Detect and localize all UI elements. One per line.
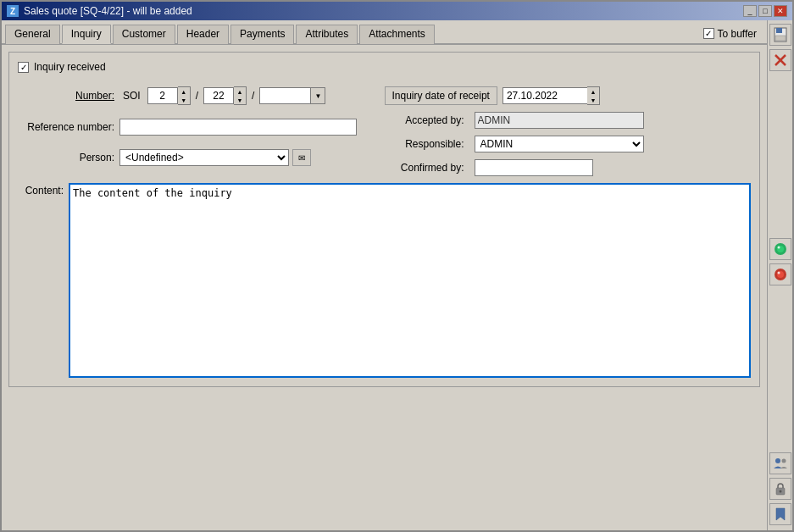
red-action-button[interactable] [769, 263, 791, 285]
app-icon: Z [7, 5, 19, 17]
spinner-down-2[interactable]: ▼ [234, 96, 246, 104]
red-action-icon [773, 267, 788, 282]
people-button[interactable] [769, 452, 791, 474]
reference-row: Reference number: [18, 119, 385, 136]
number-label: Number: [18, 90, 119, 102]
responsible-select[interactable]: ADMIN [475, 136, 644, 152]
svg-point-11 [775, 458, 780, 463]
bookmark-icon [773, 507, 788, 522]
svg-point-7 [777, 247, 780, 249]
left-column: Number: SOI ▲ ▼ [18, 86, 385, 176]
tab-attributes[interactable]: Attributes [296, 25, 358, 44]
date-spinner-up[interactable]: ▲ [587, 87, 599, 96]
title-bar: Z Sales quote [SQ-4/22] - will be added … [2, 2, 792, 20]
slash-1: / [194, 90, 200, 102]
content-row: Content: The content of the inquiry [18, 183, 751, 378]
soi-label: SOI [119, 90, 144, 102]
tab-attachments[interactable]: Attachments [359, 25, 435, 44]
content-textarea[interactable]: The content of the inquiry [69, 183, 751, 378]
number-inputs: SOI ▲ ▼ / [119, 86, 325, 105]
confirmed-by-row: Confirmed by: [385, 159, 752, 176]
form-columns: Number: SOI ▲ ▼ [18, 86, 751, 176]
tab-payments[interactable]: Payments [230, 25, 294, 44]
number-input-2[interactable] [203, 87, 234, 104]
svg-point-12 [781, 459, 786, 463]
to-buffer-checkbox[interactable] [703, 28, 714, 39]
window-controls: _ □ ✕ [743, 5, 787, 17]
date-input-wrapper: ▲ ▼ [502, 86, 600, 105]
number-spinner-1: ▲ ▼ [147, 86, 191, 105]
accepted-by-label: Accepted by: [385, 114, 469, 126]
person-row: Person: <Undefined> ✉ [18, 149, 385, 166]
content-label: Content: [18, 183, 69, 197]
svg-point-10 [777, 272, 780, 274]
tab-general[interactable]: General [5, 25, 60, 44]
bookmark-button[interactable] [769, 503, 791, 525]
date-spinner-down[interactable]: ▼ [587, 96, 599, 104]
inquiry-received-row: Inquiry received [18, 61, 751, 73]
close-button[interactable]: ✕ [774, 5, 787, 17]
tab-bar: General Inquiry Customer Header Payments… [2, 20, 767, 45]
maximize-button[interactable]: □ [758, 5, 772, 17]
svg-point-14 [779, 490, 781, 493]
inquiry-date-row: Inquiry date of receipt ▲ ▼ [385, 86, 752, 105]
slash-2: / [250, 90, 256, 102]
number-spinner-2: ▲ ▼ [203, 86, 247, 105]
number-input-3[interactable] [259, 87, 310, 104]
spinner-down-1[interactable]: ▼ [178, 96, 190, 104]
responsible-row: Responsible: ADMIN [385, 136, 752, 152]
accepted-by-row: Accepted by: [385, 112, 752, 129]
spinner-up-1[interactable]: ▲ [178, 87, 190, 96]
confirmed-by-label: Confirmed by: [385, 162, 469, 174]
inquiry-received-checkbox[interactable] [18, 62, 29, 73]
people-icon [773, 456, 788, 471]
form-panel: Inquiry received Number: SOI [2, 45, 767, 530]
save-button[interactable] [769, 24, 791, 46]
tab-inquiry[interactable]: Inquiry [62, 25, 111, 44]
green-action-icon [773, 241, 788, 257]
tab-header[interactable]: Header [177, 25, 229, 44]
cancel-button[interactable] [769, 49, 791, 71]
number-dropdown-btn[interactable]: ▼ [310, 87, 325, 104]
confirmed-by-input[interactable] [475, 159, 593, 176]
date-input[interactable] [502, 87, 587, 104]
inquiry-date-button[interactable]: Inquiry date of receipt [385, 86, 497, 105]
window-title: Sales quote [SQ-4/22] - will be added [24, 5, 192, 17]
person-select-row: <Undefined> ✉ [119, 149, 311, 166]
reference-label: Reference number: [18, 121, 119, 133]
number-row: Number: SOI ▲ ▼ [18, 86, 385, 105]
green-action-button[interactable] [769, 238, 791, 260]
person-select-wrapper: <Undefined> [119, 149, 289, 166]
to-buffer-section: To buffer [703, 28, 757, 40]
responsible-label: Responsible: [385, 138, 469, 150]
person-select[interactable]: <Undefined> [119, 149, 289, 166]
number-dropdown: ▼ [259, 87, 325, 104]
person-label: Person: [18, 152, 119, 163]
reference-input[interactable] [119, 119, 357, 136]
inquiry-group: Inquiry received Number: SOI [8, 52, 760, 387]
svg-rect-1 [776, 28, 782, 33]
tab-customer[interactable]: Customer [113, 25, 175, 44]
lock-button[interactable] [769, 478, 791, 500]
email-button[interactable]: ✉ [292, 149, 311, 166]
to-buffer-label: To buffer [718, 28, 757, 40]
save-icon [773, 27, 788, 42]
spinner-up-2[interactable]: ▲ [234, 87, 246, 96]
svg-rect-2 [775, 36, 786, 41]
sidebar-buttons [767, 20, 792, 530]
svg-marker-15 [776, 508, 785, 520]
minimize-button[interactable]: _ [743, 5, 757, 17]
number-input-1[interactable] [147, 87, 178, 104]
inquiry-received-label: Inquiry received [34, 61, 106, 73]
right-column: Inquiry date of receipt ▲ ▼ [385, 86, 752, 176]
accepted-by-input [475, 112, 644, 129]
cancel-icon [773, 53, 788, 68]
responsible-select-wrapper: ADMIN [475, 136, 644, 152]
lock-icon [773, 481, 788, 496]
